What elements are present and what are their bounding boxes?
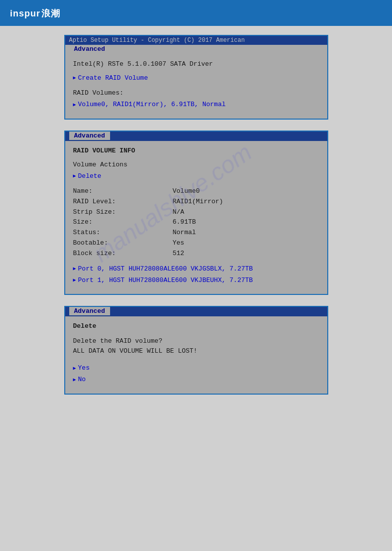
port1-link[interactable]: Port 1, HGST HUH728080ALE600 VKJBEUHX, 7… — [73, 276, 319, 285]
field-name: Name: Volume0 — [73, 186, 319, 197]
panel2-section-title: RAID VOLUME INFO — [73, 146, 319, 156]
delete-volume-link[interactable]: Delete — [73, 171, 319, 181]
yes-label: Yes — [78, 363, 90, 373]
panel3-body: Delete Delete the RAID volume? ALL DATA … — [65, 316, 327, 394]
field-status: Status: Normal — [73, 228, 319, 238]
volume-entry-link[interactable]: Volume0, RAID1(Mirror), 6.91TB, Normal — [73, 100, 319, 110]
delete-volume-label: Delete — [78, 171, 102, 181]
port1-label: Port 1, HGST HUH728080ALE600 VKJBEUHX, 7… — [78, 276, 253, 285]
create-raid-label: Create RAID Volume — [78, 73, 148, 83]
field-bootable: Bootable: Yes — [73, 238, 319, 249]
panel1-title-bar: Aptio Setup Utility - Copyright (C) 2017… — [65, 36, 327, 45]
content-area: Aptio Setup Utility - Copyright (C) 2017… — [0, 26, 392, 404]
panel3-section-title: Delete — [73, 321, 319, 331]
field-raid-level: RAID Level: RAID1(Mirror) — [73, 197, 319, 207]
panel1-body: Intel(R) RSTe 5.1.0.1007 SATA Driver Cre… — [65, 54, 327, 119]
no-link[interactable]: No — [73, 375, 319, 385]
panel1-tab[interactable]: Advanced — [69, 45, 110, 53]
panel3-desc2: ALL DATA ON VOLUME WILL BE LOST! — [73, 346, 319, 356]
panel1-title-text: Aptio Setup Utility - Copyright (C) 2017… — [69, 37, 245, 44]
field-strip-size: Strip Size: N/A — [73, 207, 319, 218]
panel2-tab[interactable]: Advanced — [69, 132, 110, 140]
panel2-ports: Port 0, HGST HUH728080ALE600 VKJGSBLX, 7… — [73, 264, 319, 285]
volume-entry-label: Volume0, RAID1(Mirror), 6.91TB, Normal — [78, 100, 226, 110]
field-block-size: Block size: 512 — [73, 249, 319, 259]
header-bar: inspur浪潮 — [0, 0, 392, 26]
raid-volumes-label: RAID Volumes: — [73, 88, 319, 98]
panel3-desc1: Delete the RAID volume? — [73, 336, 319, 346]
bios-panel-3: Advanced Delete Delete the RAID volume? … — [64, 306, 328, 395]
no-label: No — [78, 375, 86, 385]
create-raid-link[interactable]: Create RAID Volume — [73, 73, 319, 83]
bios-panel-2: Advanced RAID VOLUME INFO Volume Actions… — [64, 131, 328, 295]
volume-actions-label: Volume Actions — [73, 160, 319, 170]
logo-text: inspur — [10, 8, 40, 18]
yes-link[interactable]: Yes — [73, 363, 319, 373]
port0-link[interactable]: Port 0, HGST HUH728080ALE600 VKJGSBLX, 7… — [73, 264, 319, 274]
panel2-body: RAID VOLUME INFO Volume Actions Delete N… — [65, 141, 327, 294]
logo-chinese: 浪潮 — [41, 8, 60, 18]
panel1-driver-info: Intel(R) RSTe 5.1.0.1007 SATA Driver — [73, 59, 319, 69]
bios-panel-1: Aptio Setup Utility - Copyright (C) 2017… — [64, 35, 328, 120]
port0-label: Port 0, HGST HUH728080ALE600 VKJGSBLX, 7… — [78, 264, 253, 274]
panel2-fields: Name: Volume0 RAID Level: RAID1(Mirror) … — [73, 186, 319, 259]
field-size: Size: 6.91TB — [73, 217, 319, 228]
panel3-tab[interactable]: Advanced — [69, 307, 110, 315]
brand-logo: inspur浪潮 — [9, 6, 60, 19]
